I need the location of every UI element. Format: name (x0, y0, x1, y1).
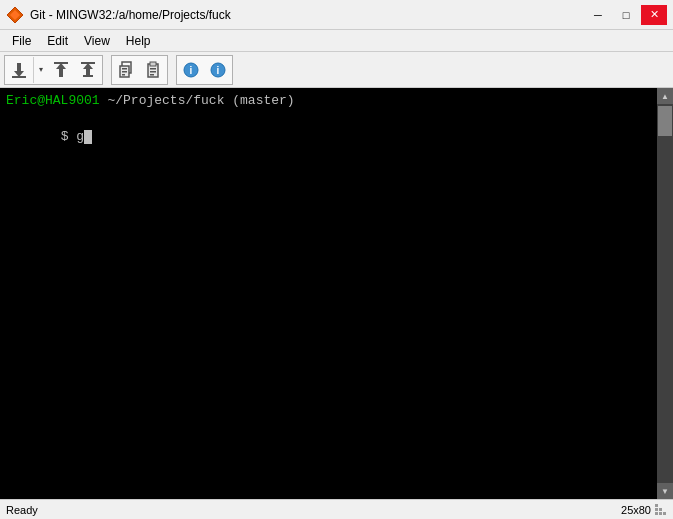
svg-rect-14 (122, 68, 127, 70)
toolbar-pull-dropdown[interactable]: ▾ (33, 57, 47, 83)
maximize-button[interactable]: □ (613, 5, 639, 25)
scrollbar-thumb[interactable] (658, 106, 672, 136)
about-icon: i (209, 61, 227, 79)
terminal-cursor (84, 130, 92, 144)
resize-grip-icon[interactable] (655, 504, 667, 516)
status-bar: Ready 25x80 (0, 499, 673, 519)
status-ready: Ready (6, 504, 38, 516)
paste-icon (144, 61, 162, 79)
menu-file[interactable]: File (4, 32, 39, 50)
window-title: Git - MINGW32:/a/home/Projects/fuck (30, 8, 231, 22)
terminal-user-host: Eric@HAL9001 (6, 93, 100, 108)
toolbar-group-copy (111, 55, 168, 85)
info-icon: i (182, 61, 200, 79)
close-button[interactable]: ✕ (641, 5, 667, 25)
push2-icon (79, 61, 97, 79)
pull-icon (10, 61, 28, 79)
status-right: 25x80 (621, 504, 667, 516)
svg-rect-16 (122, 74, 125, 76)
svg-rect-18 (150, 62, 156, 66)
svg-rect-20 (150, 71, 156, 73)
status-dimensions: 25x80 (621, 504, 651, 516)
terminal-screen[interactable]: Eric@HAL9001 ~/Projects/fuck (master) $ … (0, 88, 673, 169)
svg-rect-11 (83, 75, 93, 77)
toolbar-push2-button[interactable] (75, 57, 101, 83)
terminal-line-1: Eric@HAL9001 ~/Projects/fuck (master) (6, 92, 667, 110)
menu-view[interactable]: View (76, 32, 118, 50)
svg-rect-21 (150, 74, 154, 76)
toolbar-about-button[interactable]: i (205, 57, 231, 83)
terminal-scrollbar[interactable]: ▲ ▼ (657, 88, 673, 499)
title-bar: Git - MINGW32:/a/home/Projects/fuck ─ □ … (0, 0, 673, 30)
terminal-input: $ g (61, 129, 84, 144)
svg-text:i: i (217, 65, 220, 76)
scrollbar-down-button[interactable]: ▼ (657, 483, 673, 499)
toolbar-paste-button[interactable] (140, 57, 166, 83)
svg-rect-2 (17, 63, 21, 71)
svg-rect-15 (122, 71, 127, 73)
toolbar-pull-button[interactable] (6, 57, 32, 83)
svg-text:i: i (190, 65, 193, 76)
terminal-container[interactable]: Eric@HAL9001 ~/Projects/fuck (master) $ … (0, 88, 673, 499)
terminal-path: ~/Projects/fuck (master) (100, 93, 295, 108)
minimize-button[interactable]: ─ (585, 5, 611, 25)
copy-icon (117, 61, 135, 79)
menu-help[interactable]: Help (118, 32, 159, 50)
toolbar-copy-button[interactable] (113, 57, 139, 83)
toolbar-push-button[interactable] (48, 57, 74, 83)
window-controls: ─ □ ✕ (585, 5, 667, 25)
menu-bar: File Edit View Help (0, 30, 673, 52)
toolbar-group-nav: ▾ (4, 55, 103, 85)
svg-rect-19 (150, 68, 156, 70)
terminal-prompt-dollar (53, 129, 61, 144)
scrollbar-up-button[interactable]: ▲ (657, 88, 673, 104)
title-bar-left: Git - MINGW32:/a/home/Projects/fuck (6, 6, 231, 24)
toolbar-info-button[interactable]: i (178, 57, 204, 83)
terminal-line-2: $ g (6, 110, 667, 165)
app-logo-icon (6, 6, 24, 24)
toolbar: ▾ (0, 52, 673, 88)
svg-rect-4 (12, 76, 26, 78)
menu-edit[interactable]: Edit (39, 32, 76, 50)
svg-rect-10 (86, 69, 90, 75)
toolbar-group-info: i i (176, 55, 233, 85)
push-icon (52, 61, 70, 79)
svg-rect-7 (59, 69, 63, 77)
